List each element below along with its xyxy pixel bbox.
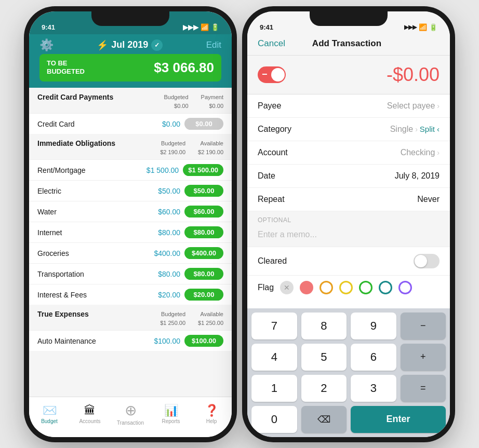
key-8[interactable]: 8 [301, 313, 347, 340]
wifi-icon: 📶 [201, 23, 209, 31]
help-icon: ❓ [205, 404, 219, 417]
nav-budget[interactable]: ✉️ Budget [34, 404, 65, 424]
optional-label: OPTIONAL [247, 211, 450, 226]
table-row[interactable]: Electric $50.00 $50.00 [29, 180, 232, 201]
key-9[interactable]: 9 [351, 313, 396, 340]
date-row[interactable]: Date July 8, 2019 [247, 165, 450, 188]
row-name: Rent/Mortgage [37, 166, 137, 174]
amount-section: − -$0.00 [247, 56, 450, 94]
row-available[interactable]: $400.00 [184, 247, 223, 259]
key-1[interactable]: 1 [251, 375, 297, 402]
nav-reports[interactable]: 📊 Reports [155, 404, 187, 424]
row-available[interactable]: $80.00 [184, 268, 223, 280]
minus-icon: − [262, 69, 268, 80]
payee-label: Payee [258, 101, 281, 111]
budget-header-row: ⚙️ ⚡ Jul 2019 ✓ Edit [39, 38, 221, 52]
month-chevron[interactable]: ✓ [151, 39, 163, 51]
row-available[interactable]: $1 500.00 [183, 164, 223, 176]
tbb-amount: $3 066.80 [154, 60, 214, 76]
row-available[interactable]: $20.00 [184, 289, 223, 301]
account-row[interactable]: Account Checking › [247, 141, 450, 165]
split-badge[interactable]: Split ‹ [420, 125, 440, 133]
cleared-row: Cleared [247, 247, 450, 275]
key-4[interactable]: 4 [251, 344, 297, 371]
key-0[interactable]: 0 [251, 406, 297, 433]
lightning-icon: ⚡ [97, 39, 108, 51]
memo-input[interactable]: Enter a memo... [247, 226, 450, 247]
repeat-label: Repeat [258, 195, 285, 204]
key-3[interactable]: 3 [351, 375, 396, 402]
section-meta-2b: Available $1 250.00 [198, 310, 223, 327]
settings-icon[interactable]: ⚙️ [39, 38, 54, 52]
nav-budget-label: Budget [41, 418, 58, 424]
row-budgeted: $400.00 [139, 249, 180, 257]
category-value: Single › Split ‹ [390, 125, 440, 134]
cancel-button[interactable]: Cancel [258, 38, 285, 49]
row-name: Interest & Fees [37, 291, 139, 299]
row-budgeted: $0.00 [139, 120, 180, 128]
signal-icon-right: ▶▶▶ [404, 24, 417, 31]
status-icons-right: ▶▶▶ 📶 🔋 [404, 23, 437, 31]
row-name: Groceries [37, 249, 139, 257]
add-icon: ⊕ [125, 402, 137, 419]
flag-purple[interactable] [398, 281, 412, 294]
key-2[interactable]: 2 [301, 375, 347, 402]
repeat-row[interactable]: Repeat Never [247, 188, 450, 211]
category-row[interactable]: Category Single › Split ‹ [247, 118, 450, 141]
flag-yellow[interactable] [339, 281, 353, 294]
nav-transaction[interactable]: ⊕ Transaction [115, 402, 146, 426]
edit-button[interactable]: Edit [206, 40, 221, 50]
table-row[interactable]: Groceries $400.00 $400.00 [29, 242, 232, 263]
table-row[interactable]: Transportation $80.00 $80.00 [29, 263, 232, 284]
key-6[interactable]: 6 [351, 344, 396, 371]
key-equals[interactable]: = [401, 375, 446, 402]
cleared-toggle[interactable] [414, 254, 440, 268]
row-available[interactable]: $100.00 [184, 335, 223, 347]
row-name: Electric [37, 187, 139, 195]
nav-help[interactable]: ❓ Help [196, 404, 227, 424]
key-plus[interactable]: + [401, 344, 446, 371]
key-5[interactable]: 5 [301, 344, 347, 371]
battery-icon-right: 🔋 [429, 23, 437, 31]
left-phone: 9:41 ▶▶▶ 📶 🔋 ⚙️ ⚡ Jul 2019 ✓ Edit T [29, 11, 232, 437]
flag-red[interactable] [300, 281, 313, 294]
form-section: Payee Select payee › Category Single › S… [247, 94, 450, 308]
flag-green[interactable] [359, 281, 372, 294]
nav-accounts[interactable]: 🏛 Accounts [74, 404, 105, 424]
key-minus[interactable]: − [401, 313, 446, 340]
table-row[interactable]: Water $60.00 $60.00 [29, 201, 232, 222]
payee-row[interactable]: Payee Select payee › [247, 94, 450, 118]
section-title-0: Credit Card Payments [37, 93, 113, 101]
row-budgeted: $50.00 [139, 187, 180, 195]
key-7[interactable]: 7 [251, 313, 297, 340]
signal-icon: ▶▶▶ [183, 23, 198, 31]
row-budgeted: $100.00 [139, 337, 180, 345]
amount-display[interactable]: -$0.00 [387, 64, 440, 86]
table-row[interactable]: Interest & Fees $20.00 $20.00 [29, 284, 232, 305]
key-backspace[interactable]: ⌫ [301, 406, 347, 433]
key-enter[interactable]: Enter [351, 406, 446, 433]
row-available[interactable]: $80.00 [184, 226, 223, 238]
table-row[interactable]: Rent/Mortgage $1 500.00 $1 500.00 [29, 159, 232, 180]
section-title-2: True Expenses [37, 310, 89, 318]
row-available[interactable]: $60.00 [184, 206, 223, 218]
numpad: 7 8 9 − 4 5 6 + 1 2 3 = 0 ⌫ Enter [247, 308, 450, 437]
budget-scroll[interactable]: Credit Card Payments Budgeted $0.00 Paym… [29, 88, 232, 396]
row-available[interactable]: $50.00 [184, 185, 223, 197]
header-month[interactable]: ⚡ Jul 2019 ✓ [97, 39, 163, 51]
date-value: July 8, 2019 [395, 171, 440, 181]
section-meta-2a: Budgeted $1 250.00 [160, 310, 185, 327]
notch-right [310, 11, 388, 26]
table-row[interactable]: Auto Maintenance $100.00 $100.00 [29, 330, 232, 351]
table-row[interactable]: Internet $80.00 $80.00 [29, 222, 232, 242]
section-meta-group-1: Budgeted $2 190.00 Available $2 190.00 [160, 139, 223, 156]
row-budgeted: $80.00 [139, 270, 180, 278]
toggle-outflow-button[interactable]: − [258, 66, 286, 83]
flag-teal[interactable] [379, 281, 392, 294]
flag-none[interactable]: ✕ [280, 281, 294, 294]
cleared-label: Cleared [258, 256, 287, 266]
row-available[interactable]: $0.00 [184, 118, 223, 130]
table-row[interactable]: Credit Card $0.00 $0.00 [29, 113, 232, 134]
reports-icon: 📊 [164, 404, 178, 417]
flag-orange[interactable] [320, 281, 333, 294]
